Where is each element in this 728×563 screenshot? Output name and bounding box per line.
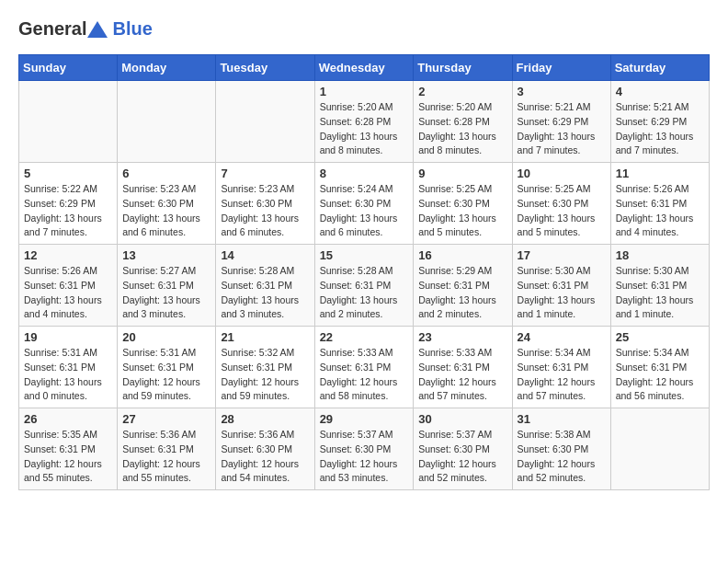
day-number: 23 <box>418 330 506 344</box>
day-number: 11 <box>616 167 704 180</box>
day-info: Sunrise: 5:36 AMSunset: 6:31 PMDaylight:… <box>122 428 210 486</box>
calendar-cell: 17Sunrise: 5:30 AMSunset: 6:31 PMDayligh… <box>512 245 610 327</box>
day-number: 6 <box>122 167 210 180</box>
calendar-cell: 27Sunrise: 5:36 AMSunset: 6:31 PMDayligh… <box>118 408 216 490</box>
day-number: 12 <box>24 248 112 262</box>
weekday-header-monday: Monday <box>118 55 216 81</box>
svg-marker-0 <box>87 21 108 38</box>
day-number: 24 <box>518 330 606 344</box>
day-number: 29 <box>320 412 409 426</box>
calendar-cell: 4Sunrise: 5:21 AMSunset: 6:29 PMDaylight… <box>610 81 709 163</box>
week-row-5: 26Sunrise: 5:35 AMSunset: 6:31 PMDayligh… <box>19 408 710 490</box>
calendar-cell: 15Sunrise: 5:28 AMSunset: 6:31 PMDayligh… <box>314 245 414 327</box>
day-info: Sunrise: 5:37 AMSunset: 6:30 PMDaylight:… <box>418 428 506 486</box>
calendar-cell: 6Sunrise: 5:23 AMSunset: 6:30 PMDaylight… <box>118 163 216 245</box>
day-number: 3 <box>518 85 606 98</box>
day-info: Sunrise: 5:29 AMSunset: 6:31 PMDaylight:… <box>418 264 506 322</box>
day-info: Sunrise: 5:26 AMSunset: 6:31 PMDaylight:… <box>24 264 112 322</box>
day-info: Sunrise: 5:34 AMSunset: 6:31 PMDaylight:… <box>518 346 606 404</box>
day-info: Sunrise: 5:27 AMSunset: 6:31 PMDaylight:… <box>122 264 210 322</box>
calendar-cell: 13Sunrise: 5:27 AMSunset: 6:31 PMDayligh… <box>118 245 216 327</box>
day-number: 28 <box>221 412 309 426</box>
weekday-header-sunday: Sunday <box>19 55 118 81</box>
day-info: Sunrise: 5:20 AMSunset: 6:28 PMDaylight:… <box>418 100 506 158</box>
weekday-header-saturday: Saturday <box>610 55 709 81</box>
day-number: 10 <box>518 167 606 180</box>
day-info: Sunrise: 5:28 AMSunset: 6:31 PMDaylight:… <box>320 264 409 322</box>
calendar-cell: 16Sunrise: 5:29 AMSunset: 6:31 PMDayligh… <box>414 245 512 327</box>
day-number: 7 <box>221 167 309 180</box>
calendar-cell: 28Sunrise: 5:36 AMSunset: 6:30 PMDayligh… <box>216 408 314 490</box>
weekday-header-thursday: Thursday <box>414 55 512 81</box>
day-info: Sunrise: 5:31 AMSunset: 6:31 PMDaylight:… <box>122 346 210 404</box>
calendar-cell: 29Sunrise: 5:37 AMSunset: 6:30 PMDayligh… <box>314 408 414 490</box>
day-number: 1 <box>320 85 409 98</box>
calendar-cell <box>216 81 314 163</box>
day-info: Sunrise: 5:28 AMSunset: 6:31 PMDaylight:… <box>221 264 309 322</box>
week-row-3: 12Sunrise: 5:26 AMSunset: 6:31 PMDayligh… <box>19 245 710 327</box>
weekday-header-tuesday: Tuesday <box>216 55 314 81</box>
day-number: 16 <box>418 248 506 262</box>
calendar-cell: 11Sunrise: 5:26 AMSunset: 6:31 PMDayligh… <box>610 163 709 245</box>
day-number: 26 <box>24 412 112 426</box>
day-info: Sunrise: 5:32 AMSunset: 6:31 PMDaylight:… <box>221 346 309 404</box>
calendar-cell: 21Sunrise: 5:32 AMSunset: 6:31 PMDayligh… <box>216 327 314 408</box>
day-number: 30 <box>418 412 506 426</box>
header: General Blue <box>18 18 710 40</box>
day-number: 13 <box>122 248 210 262</box>
day-number: 2 <box>418 85 506 98</box>
day-info: Sunrise: 5:21 AMSunset: 6:29 PMDaylight:… <box>616 100 704 158</box>
calendar-cell: 19Sunrise: 5:31 AMSunset: 6:31 PMDayligh… <box>19 327 118 408</box>
day-info: Sunrise: 5:30 AMSunset: 6:31 PMDaylight:… <box>518 264 606 322</box>
day-info: Sunrise: 5:30 AMSunset: 6:31 PMDaylight:… <box>616 264 704 322</box>
calendar-cell: 24Sunrise: 5:34 AMSunset: 6:31 PMDayligh… <box>512 327 610 408</box>
calendar-cell: 23Sunrise: 5:33 AMSunset: 6:31 PMDayligh… <box>414 327 512 408</box>
calendar-cell: 7Sunrise: 5:23 AMSunset: 6:30 PMDaylight… <box>216 163 314 245</box>
day-info: Sunrise: 5:23 AMSunset: 6:30 PMDaylight:… <box>122 182 210 240</box>
calendar-cell: 30Sunrise: 5:37 AMSunset: 6:30 PMDayligh… <box>414 408 512 490</box>
logo-icon <box>87 21 108 38</box>
logo: General Blue <box>18 18 153 40</box>
day-info: Sunrise: 5:24 AMSunset: 6:30 PMDaylight:… <box>320 182 409 240</box>
day-info: Sunrise: 5:26 AMSunset: 6:31 PMDaylight:… <box>616 182 704 240</box>
day-info: Sunrise: 5:37 AMSunset: 6:30 PMDaylight:… <box>320 428 409 486</box>
day-info: Sunrise: 5:38 AMSunset: 6:30 PMDaylight:… <box>518 428 606 486</box>
calendar-cell: 5Sunrise: 5:22 AMSunset: 6:29 PMDaylight… <box>19 163 118 245</box>
day-info: Sunrise: 5:34 AMSunset: 6:31 PMDaylight:… <box>616 346 704 404</box>
day-info: Sunrise: 5:33 AMSunset: 6:31 PMDaylight:… <box>418 346 506 404</box>
day-info: Sunrise: 5:33 AMSunset: 6:31 PMDaylight:… <box>320 346 409 404</box>
calendar-cell: 1Sunrise: 5:20 AMSunset: 6:28 PMDaylight… <box>314 81 414 163</box>
calendar-cell: 10Sunrise: 5:25 AMSunset: 6:30 PMDayligh… <box>512 163 610 245</box>
calendar-cell: 26Sunrise: 5:35 AMSunset: 6:31 PMDayligh… <box>19 408 118 490</box>
calendar-cell: 8Sunrise: 5:24 AMSunset: 6:30 PMDaylight… <box>314 163 414 245</box>
day-number: 17 <box>518 248 606 262</box>
day-number: 25 <box>616 330 704 344</box>
logo-blue-text: Blue <box>112 18 152 39</box>
calendar-cell: 18Sunrise: 5:30 AMSunset: 6:31 PMDayligh… <box>610 245 709 327</box>
weekday-header-wednesday: Wednesday <box>314 55 414 81</box>
day-info: Sunrise: 5:25 AMSunset: 6:30 PMDaylight:… <box>418 182 506 240</box>
calendar-cell: 22Sunrise: 5:33 AMSunset: 6:31 PMDayligh… <box>314 327 414 408</box>
calendar-cell: 2Sunrise: 5:20 AMSunset: 6:28 PMDaylight… <box>414 81 512 163</box>
calendar-cell: 9Sunrise: 5:25 AMSunset: 6:30 PMDaylight… <box>414 163 512 245</box>
calendar-cell <box>118 81 216 163</box>
day-info: Sunrise: 5:31 AMSunset: 6:31 PMDaylight:… <box>24 346 112 404</box>
day-number: 9 <box>418 167 506 180</box>
day-number: 22 <box>320 330 409 344</box>
calendar: SundayMondayTuesdayWednesdayThursdayFrid… <box>18 54 710 490</box>
day-info: Sunrise: 5:35 AMSunset: 6:31 PMDaylight:… <box>24 428 112 486</box>
day-number: 20 <box>122 330 210 344</box>
calendar-cell: 12Sunrise: 5:26 AMSunset: 6:31 PMDayligh… <box>19 245 118 327</box>
day-info: Sunrise: 5:20 AMSunset: 6:28 PMDaylight:… <box>320 100 409 158</box>
logo-text: General <box>18 18 86 40</box>
calendar-cell <box>610 408 709 490</box>
calendar-cell: 25Sunrise: 5:34 AMSunset: 6:31 PMDayligh… <box>610 327 709 408</box>
day-info: Sunrise: 5:21 AMSunset: 6:29 PMDaylight:… <box>518 100 606 158</box>
day-info: Sunrise: 5:23 AMSunset: 6:30 PMDaylight:… <box>221 182 309 240</box>
day-number: 14 <box>221 248 309 262</box>
day-number: 18 <box>616 248 704 262</box>
day-number: 27 <box>122 412 210 426</box>
calendar-cell: 31Sunrise: 5:38 AMSunset: 6:30 PMDayligh… <box>512 408 610 490</box>
week-row-1: 1Sunrise: 5:20 AMSunset: 6:28 PMDaylight… <box>19 81 710 163</box>
calendar-cell: 20Sunrise: 5:31 AMSunset: 6:31 PMDayligh… <box>118 327 216 408</box>
